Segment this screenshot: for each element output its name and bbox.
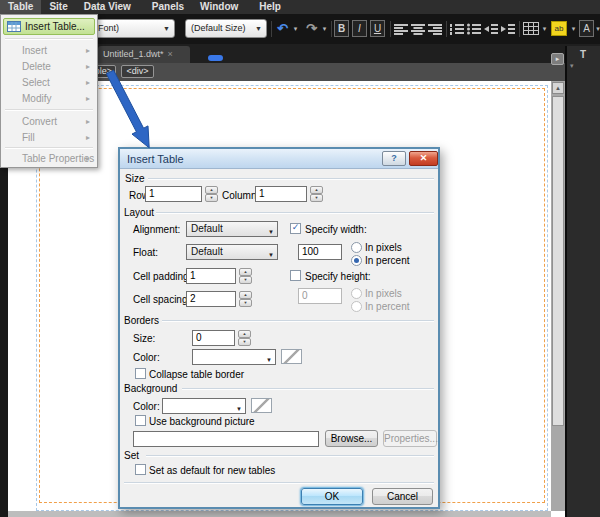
alignment-select[interactable]: Default ▼ [186, 221, 278, 237]
float-select[interactable]: Default ▼ [186, 244, 278, 260]
highlight-dropdown[interactable]: ▾ [569, 19, 578, 38]
align-right-button[interactable] [428, 19, 442, 38]
cell-padding-label: Cell padding: [133, 271, 191, 282]
dialog-title-bar[interactable]: Insert Table ? ✕ [120, 149, 438, 169]
spin-up-icon[interactable]: ▲ [205, 186, 218, 194]
submenu-arrow-icon: ▸ [86, 114, 90, 129]
insert-table-button[interactable] [523, 19, 539, 38]
cell-padding-input[interactable]: 1 [186, 268, 236, 284]
ok-button[interactable]: OK [301, 488, 363, 505]
undo-dropdown[interactable]: ▾ [291, 19, 300, 38]
highlight-color-button[interactable]: ab [551, 19, 567, 38]
columns-input[interactable]: 1 [255, 186, 307, 202]
specify-width-checkbox[interactable]: ✓ [290, 223, 301, 234]
spin-down-icon[interactable]: ▼ [238, 338, 251, 346]
menu-item-modify[interactable]: Modify▸ [3, 91, 95, 106]
menu-item-delete[interactable]: Delete▸ [3, 59, 95, 74]
vertical-scrollbar[interactable]: ▲ [551, 81, 565, 511]
undo-icon: ↶ [277, 21, 288, 36]
tab-close-icon[interactable]: × [168, 49, 173, 59]
menubar-item-site[interactable]: Site [41, 0, 75, 14]
spin-up-icon[interactable]: ▲ [238, 330, 251, 338]
size-group-label: Size [125, 173, 144, 184]
close-button[interactable]: ✕ [409, 151, 438, 166]
undo-button[interactable]: ↶ [274, 19, 291, 38]
document-tab[interactable]: Untitled_1.dwt*× [98, 46, 190, 63]
menu-item-table-properties[interactable]: Table Properties▸ [3, 151, 95, 166]
menu-item-label: Table Properties [22, 153, 94, 164]
collapse-border-checkbox[interactable] [135, 368, 146, 379]
bullet-list-button[interactable] [467, 19, 481, 38]
menu-item-insert[interactable]: Insert▸ [3, 43, 95, 58]
submenu-arrow-icon: ▸ [86, 91, 90, 106]
group-divider [156, 212, 434, 213]
group-divider [182, 388, 434, 389]
menu-bar: Table Site Data View Panels Window Help [0, 0, 600, 14]
menubar-item-window[interactable]: Window [192, 0, 246, 14]
specify-height-checkbox[interactable] [290, 270, 301, 281]
border-size-input[interactable]: 0 [192, 330, 235, 346]
width-in-pixels-radio[interactable] [351, 242, 362, 253]
columns-spinner[interactable]: ▲ ▼ [310, 186, 323, 202]
background-color-swatch[interactable] [251, 398, 272, 413]
indent-button[interactable] [501, 19, 515, 38]
browse-button[interactable]: Browse... [325, 430, 378, 447]
background-color-select[interactable]: ▼ [162, 398, 246, 414]
cell-spacing-spinner[interactable]: ▲ ▼ [239, 291, 252, 307]
help-button[interactable]: ? [382, 151, 406, 166]
menubar-item-help[interactable]: Help [251, 0, 289, 14]
panel-expand-icon: ▸ [556, 55, 560, 62]
cancel-button[interactable]: Cancel [372, 488, 433, 505]
spin-down-icon[interactable]: ▼ [239, 299, 252, 307]
rows-input[interactable]: 1 [145, 186, 202, 202]
numbered-list-button[interactable] [450, 19, 464, 38]
outdent-button[interactable] [484, 19, 498, 38]
layout-group-label: Layout [124, 207, 154, 218]
menu-item-convert[interactable]: Convert▸ [3, 114, 95, 129]
spin-down-icon[interactable]: ▼ [310, 194, 323, 202]
cell-padding-spinner[interactable]: ▲ ▼ [239, 268, 252, 284]
underline-button[interactable]: U [370, 19, 385, 38]
bold-icon: B [334, 20, 349, 37]
font-color-button[interactable]: A [579, 19, 594, 38]
font-size-select[interactable]: (Default Size) ▼ [185, 19, 267, 38]
menubar-item-panels[interactable]: Panels [144, 0, 192, 14]
spin-up-icon[interactable]: ▲ [239, 268, 252, 276]
border-color-swatch[interactable] [281, 349, 302, 364]
numbered-list-icon [450, 23, 464, 35]
menubar-item-table[interactable]: Table [0, 0, 41, 14]
width-input[interactable]: 100 [298, 244, 342, 260]
borders-group-label: Borders [124, 315, 159, 326]
scroll-up-icon[interactable]: ▲ [552, 82, 564, 94]
scrollbar-thumb[interactable] [552, 96, 564, 426]
spin-down-icon[interactable]: ▼ [239, 276, 252, 284]
menubar-item-data-view[interactable]: Data View [76, 0, 139, 14]
chevron-down-icon[interactable]: ▾ [570, 62, 574, 70]
font-color-dropdown[interactable]: ▾ [595, 19, 600, 38]
menu-item-fill[interactable]: Fill▸ [3, 130, 95, 145]
spin-down-icon[interactable]: ▼ [205, 194, 218, 202]
menu-item-insert-table[interactable]: Insert Table... [3, 18, 95, 35]
table-dropdown[interactable]: ▾ [540, 19, 549, 38]
border-size-spinner[interactable]: ▲ ▼ [238, 330, 251, 346]
bold-button[interactable]: B [334, 19, 349, 38]
menu-item-select[interactable]: Select▸ [3, 75, 95, 90]
spin-up-icon[interactable]: ▲ [239, 291, 252, 299]
use-background-picture-checkbox[interactable] [135, 415, 146, 426]
redo-icon: ↷ [306, 21, 317, 36]
align-left-button[interactable] [394, 19, 408, 38]
italic-button[interactable]: I [352, 19, 367, 38]
panel-expand-button[interactable]: ▸ [551, 53, 564, 65]
border-color-select[interactable]: ▼ [192, 349, 276, 365]
spin-up-icon[interactable]: ▲ [310, 186, 323, 194]
set-as-default-checkbox[interactable] [135, 464, 146, 475]
rows-spinner[interactable]: ▲ ▼ [205, 186, 218, 202]
background-picture-input[interactable] [133, 431, 319, 447]
redo-button[interactable]: ↷ [303, 19, 320, 38]
width-in-percent-radio[interactable] [351, 255, 362, 266]
cell-spacing-input[interactable]: 2 [186, 291, 236, 307]
outdent-icon [484, 23, 498, 35]
redo-dropdown[interactable]: ▾ [320, 19, 329, 38]
submenu-arrow-icon: ▸ [86, 151, 90, 166]
align-center-button[interactable] [411, 19, 425, 38]
